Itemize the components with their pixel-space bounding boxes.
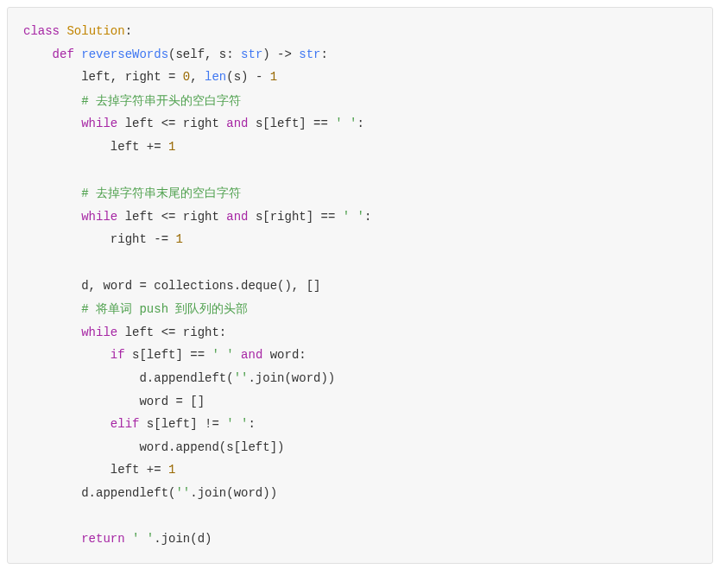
vars: left, right = — [81, 70, 183, 84]
comment-text: 去掉字符串开头的空白字符 — [96, 93, 241, 107]
expr: left <= right — [117, 117, 226, 130]
code-line: while left <= right and s[right] == ' ': — [23, 205, 697, 229]
blank-line — [23, 251, 697, 275]
code-line: # 将单词 push 到队列的头部 — [23, 297, 697, 321]
str-lit: ' ' — [343, 210, 364, 224]
code-line: d.appendleft(''.join(word)) — [23, 367, 697, 390]
kw-elif: elif — [111, 417, 140, 431]
expr: s[left] == — [248, 117, 335, 130]
comment-text: 去掉字符串末尾的空白字符 — [96, 186, 241, 199]
code-block: class Solution: def reverseWords(self, s… — [7, 7, 713, 564]
expr: s[left] == — [125, 348, 212, 362]
kw-and: and — [226, 117, 248, 130]
expr: s[left] != — [139, 417, 226, 431]
kw-return: return — [81, 532, 124, 546]
code-line: right -= 1 — [23, 228, 697, 251]
code-line: word.append(s[left]) — [23, 436, 697, 459]
str-lit: ' ' — [335, 117, 357, 130]
kw-and: and — [226, 210, 248, 224]
sp — [234, 348, 241, 362]
num: 1 — [175, 232, 182, 246]
code-line: left += 1 — [23, 136, 697, 159]
stmt: left += — [111, 463, 168, 477]
expr: left <= right — [117, 210, 226, 224]
comment-hash: # — [81, 94, 96, 108]
tail: .join(d) — [154, 532, 212, 546]
builtin-len: len — [205, 70, 226, 84]
code-line: left += 1 — [23, 458, 697, 482]
kw-while: while — [81, 117, 117, 130]
code-line: def reverseWords(self, s: str) -> str: — [23, 43, 697, 66]
stmt: word = [] — [139, 395, 205, 408]
colon: : — [357, 117, 364, 130]
kw-and: and — [241, 348, 262, 362]
comment-hash: # — [81, 302, 96, 316]
str-lit: ' ' — [212, 348, 233, 362]
str-lit: ' ' — [226, 417, 248, 431]
code-line: while left <= right and s[left] == ' ': — [23, 112, 697, 136]
num: 0 — [183, 70, 190, 84]
kw-if: if — [111, 348, 125, 362]
str-lit: ' ' — [132, 532, 154, 546]
sig: ) -> — [262, 47, 299, 61]
stmt: right -= — [111, 232, 176, 246]
code-line: if s[left] == ' ' and word: — [23, 344, 697, 367]
comment-hash: # — [81, 187, 96, 200]
code-line: left, right = 0, len(s) - 1 — [23, 66, 697, 89]
tail: (s) - — [226, 70, 269, 84]
code-line: elif s[left] != ' ': — [23, 413, 697, 436]
stmt: .join(word)) — [248, 371, 335, 385]
sig: (self, s: — [168, 47, 241, 61]
code-line: # 去掉字符串末尾的空白字符 — [23, 181, 697, 205]
code-line: return ' '.join(d) — [23, 528, 697, 551]
stmt: d.appendleft( — [81, 486, 175, 500]
expr: left <= right: — [117, 326, 226, 339]
blank-line — [23, 504, 697, 528]
class-name: Solution — [66, 24, 124, 38]
stmt: d, word = collections.deque(), [] — [81, 279, 320, 293]
str-lit: '' — [175, 486, 190, 500]
type-str: str — [241, 47, 262, 61]
expr: s[right] == — [248, 210, 342, 224]
stmt: word.append(s[left]) — [139, 440, 284, 454]
comment-text: 到队列的头部 — [175, 301, 248, 315]
num: 1 — [270, 70, 277, 84]
comma: , — [190, 70, 205, 84]
kw-while: while — [81, 210, 117, 224]
code-line: while left <= right: — [23, 321, 697, 345]
stmt: .join(word)) — [190, 486, 277, 500]
colon: : — [248, 417, 255, 431]
kw-def: def — [53, 47, 74, 61]
sp — [125, 532, 132, 546]
stmt: left += — [111, 140, 168, 154]
code-line: class Solution: — [23, 20, 697, 43]
str-lit: '' — [234, 371, 249, 385]
colon: : — [125, 24, 132, 38]
stmt: d.appendleft( — [139, 371, 233, 385]
comment-text: push — [132, 302, 175, 316]
colon: : — [364, 210, 371, 224]
expr: word: — [262, 348, 306, 362]
func-name: reverseWords — [81, 47, 168, 61]
code-line: # 去掉字符串开头的空白字符 — [23, 89, 697, 113]
kw-while: while — [81, 326, 117, 339]
colon: : — [321, 47, 328, 61]
kw-class: class — [23, 24, 60, 38]
num: 1 — [168, 463, 175, 477]
ret-type: str — [299, 47, 320, 61]
code-line: word = [] — [23, 390, 697, 414]
code-line: d, word = collections.deque(), [] — [23, 275, 697, 298]
code-line: d.appendleft(''.join(word)) — [23, 482, 697, 505]
comment-text: 将单词 — [96, 301, 132, 315]
blank-line — [23, 159, 697, 182]
num: 1 — [168, 140, 175, 154]
